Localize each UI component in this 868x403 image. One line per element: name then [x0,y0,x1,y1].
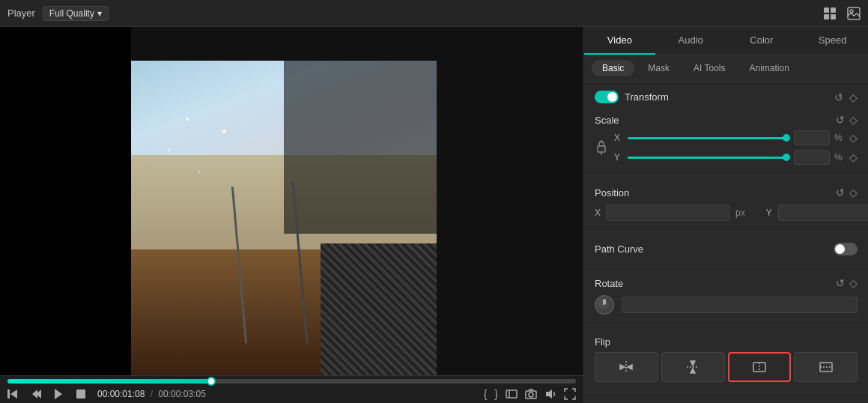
chevron-down-icon: ▾ [97,8,102,19]
subtab-basic[interactable]: Basic [592,60,634,76]
fullscreen-button[interactable] [564,388,576,400]
svg-rect-1 [831,7,836,13]
subtab-ai-tools[interactable]: AI Tools [683,60,735,76]
path-curve-section: Path Curve [595,243,858,255]
pos-y-input[interactable]: -126.11 [778,204,868,221]
transform-keyframe-icon[interactable]: ◇ [849,91,858,103]
top-bar: Player Full Quality ▾ [0,0,868,27]
controls-row: 00:00:01:08 / 00:00:03:05 { } [7,388,576,400]
rotate-label: Rotate [595,278,623,289]
rotate-dial[interactable] [595,295,614,315]
video-controls: 00:00:01:08 / 00:00:03:05 { } [0,375,583,403]
transform-actions: ↺ ◇ [834,91,858,103]
mark-out-button[interactable]: } [494,388,498,400]
svg-rect-12 [506,390,517,398]
scale-row: X 97.96 % ◇ Y [595,130,858,165]
divider-1 [584,175,868,176]
tab-speed[interactable]: Speed [797,27,868,55]
flip-both-button[interactable] [794,352,858,382]
svg-rect-0 [824,7,829,13]
scale-y-input[interactable]: 97.96 [794,150,830,165]
scale-x-keyframe[interactable]: ◇ [849,132,858,144]
skip-back-button[interactable] [7,388,19,400]
tab-audio[interactable]: Audio [655,27,726,55]
scale-x-input[interactable]: 97.96 [794,130,830,145]
svg-marker-22 [628,365,632,369]
current-time: 00:00:01:08 [97,389,145,399]
pos-x-input[interactable]: 0.00 [607,204,729,221]
scale-section: Scale ↺ ◇ [595,114,858,165]
subtab-mask[interactable]: Mask [637,60,680,76]
video-bg-left [0,27,131,375]
top-bar-right [823,7,861,20]
position-reset-icon[interactable]: ↺ [836,187,845,199]
rotate-section: Rotate ↺ ◇ -810.0° [595,277,858,315]
scale-keyframe-icon[interactable]: ◇ [849,114,858,126]
transform-title: Transform [595,91,669,103]
panel-body: Transform ↺ ◇ Scale ↺ ◇ [584,82,868,403]
pos-x-unit: px [735,207,745,218]
subtab-animation[interactable]: Animation [738,60,799,76]
scale-reset-icon[interactable]: ↺ [836,114,845,126]
controls-right: { } [484,388,576,400]
pos-y-label: Y [766,207,772,218]
rotate-row: -810.0° [595,295,858,315]
rotate-keyframe-icon[interactable]: ◇ [849,277,858,289]
flip-v-button[interactable] [661,352,725,382]
scale-label: Scale [595,115,619,126]
tab-color[interactable]: Color [726,27,798,55]
snapshot-button[interactable] [525,388,537,400]
rotate-input[interactable]: -810.0° [622,297,858,313]
transform-toggle[interactable] [595,91,619,103]
player-label: Player [7,7,35,19]
svg-marker-21 [620,365,625,369]
tab-video[interactable]: Video [584,27,655,55]
audio-button[interactable] [544,388,556,400]
time-display: 00:00:01:08 / 00:00:03:05 [97,389,206,399]
flip-h-button[interactable] [595,352,658,382]
divider-5 [584,393,868,393]
progress-fill [7,379,212,384]
image-view-button[interactable] [847,7,861,20]
top-bar-left: Player Full Quality ▾ [7,6,109,21]
quality-select[interactable]: Full Quality ▾ [43,6,109,21]
quality-label: Full Quality [49,8,94,19]
position-label: Position [595,187,629,199]
scale-y-slider[interactable] [628,157,789,159]
grid-view-button[interactable] [823,7,837,20]
video-player [0,27,583,375]
insert-button[interactable] [506,388,518,400]
scale-x-slider[interactable] [628,137,789,139]
mark-in-button[interactable]: { [484,388,488,400]
position-section: Position ↺ ◇ X 0.00 px Y -126.11 px [595,187,858,221]
transform-header: Transform ↺ ◇ [595,91,858,103]
position-keyframe-icon[interactable]: ◇ [849,187,858,199]
progress-thumb [207,377,216,386]
scale-y-keyframe[interactable]: ◇ [849,151,858,163]
flip-section: Flip [595,336,858,382]
scale-lock-icon[interactable] [595,137,608,158]
scale-y-row: Y 97.96 % ◇ [614,150,858,165]
path-curve-toggle[interactable] [834,243,858,255]
divider-2 [584,231,868,232]
sub-tabs: Basic Mask AI Tools Animation [584,55,868,82]
scale-x-label: X [614,133,623,143]
video-area: 00:00:01:08 / 00:00:03:05 { } [0,27,583,403]
scale-x-row: X 97.96 % ◇ [614,130,858,145]
transform-reset-icon[interactable]: ↺ [834,91,843,103]
svg-rect-2 [824,14,829,19]
progress-bar[interactable] [7,379,576,384]
path-curve-label: Path Curve [595,243,643,255]
svg-marker-10 [55,389,62,399]
panel-tabs-top: Video Audio Color Speed [584,27,868,55]
step-back-button[interactable] [30,388,42,400]
divider-4 [584,325,868,326]
pos-x-label: X [595,207,601,218]
controls-left: 00:00:01:08 / 00:00:03:05 [7,388,206,400]
svg-marker-7 [10,390,17,399]
flip-selected-button[interactable] [728,352,792,382]
stop-button[interactable] [75,388,87,400]
divider-3 [584,266,868,267]
rotate-reset-icon[interactable]: ↺ [836,277,845,289]
play-button[interactable] [52,388,64,400]
